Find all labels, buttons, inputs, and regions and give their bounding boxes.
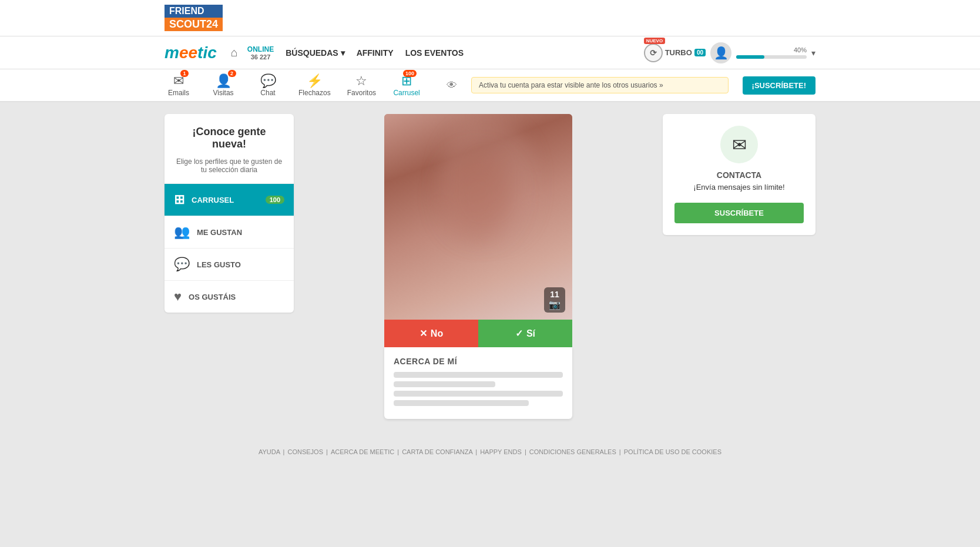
- emails-badge: 1: [180, 70, 189, 77]
- footer-link-condiciones[interactable]: CONDICIONES GENERALES: [529, 448, 616, 455]
- footer-link-acerca[interactable]: ACERCA DE MEETIC: [331, 448, 394, 455]
- os-gustais-label: OS GUSTÁIS: [189, 293, 236, 301]
- sub-nav-visitas[interactable]: 👤 2 Visitas: [209, 73, 237, 97]
- chat-icon: 💬: [260, 73, 276, 89]
- home-icon[interactable]: ⌂: [231, 46, 238, 59]
- favoritos-label: Favoritos: [347, 89, 376, 97]
- carrusel-menu-label: CARRUSEL: [192, 196, 234, 204]
- sidebar-item-os-gustais[interactable]: ♥ OS GUSTÁIS: [165, 280, 294, 313]
- sidebar-item-carrusel[interactable]: ⊞ CARRUSEL 100: [165, 183, 294, 216]
- right-sidebar: ✉ CONTACTA ¡Envía mensajes sin límite! S…: [663, 114, 815, 234]
- turbo-badge: NUEVO: [644, 38, 665, 44]
- about-line-3: [394, 391, 563, 397]
- contact-title: CONTACTA: [717, 170, 761, 180]
- about-text: [394, 372, 563, 406]
- about-section: ACERCA DE MÍ: [384, 347, 572, 419]
- left-sidebar: ¡Conoce gente nueva! Elige los perfiles …: [165, 114, 294, 313]
- sidebar-heading: ¡Conoce gente nueva!: [174, 126, 284, 150]
- camera-icon: 📷: [549, 299, 561, 310]
- online-count: ONLINE 36 227: [247, 45, 274, 61]
- subscribe-button-top[interactable]: ¡SUSCRÍBETE!: [743, 76, 815, 95]
- online-label: ONLINE: [247, 45, 274, 53]
- turbo-label: TURBO: [665, 48, 692, 57]
- visitas-label: Visitas: [213, 89, 233, 97]
- profile-card: 11 📷 ✕ No ✓ Sí ACERCA DE MÍ: [384, 114, 572, 419]
- footer-link-ayuda[interactable]: AYUDA: [259, 448, 280, 455]
- footer-link-politica[interactable]: POLÍTICA DE USO DE COOKIES: [624, 448, 721, 455]
- suscribete-button[interactable]: SUSCRÍBETE: [674, 203, 804, 223]
- turbo-count: 00: [694, 49, 706, 56]
- les-gusto-icon: 💬: [174, 257, 190, 272]
- no-label: No: [431, 328, 443, 339]
- photo-count: 11: [550, 290, 559, 299]
- friend-scout-logo[interactable]: FRIEND SCOUT24: [165, 5, 223, 31]
- fs-logo-top: FRIEND: [165, 5, 223, 18]
- meetic-logo[interactable]: meetic: [165, 43, 217, 62]
- yes-label: Sí: [526, 328, 535, 339]
- profile-progress: 40%: [736, 46, 807, 59]
- turbo-section: ⟳ TURBO NUEVO 00 👤 40% ▾: [644, 42, 815, 63]
- main-content: 11 📷 ✕ No ✓ Sí ACERCA DE MÍ: [306, 114, 651, 419]
- contact-card: ✉ CONTACTA ¡Envía mensajes sin límite! S…: [663, 114, 815, 234]
- about-title: ACERCA DE MÍ: [394, 357, 563, 366]
- busquedas-menu[interactable]: BÚSQUEDAS: [286, 48, 344, 58]
- sub-nav-favoritos[interactable]: ☆ Favoritos: [347, 73, 376, 97]
- visitas-badge: 2: [228, 70, 236, 77]
- sub-nav-emails[interactable]: ✉ 1 Emails: [165, 73, 193, 97]
- no-icon: ✕: [419, 328, 427, 339]
- os-gustais-icon: ♥: [174, 289, 182, 304]
- top-banner: FRIEND SCOUT24: [0, 0, 980, 36]
- about-line-1: [394, 372, 563, 378]
- flechazos-label: Flechazos: [298, 89, 331, 97]
- flechazos-icon: ⚡: [307, 73, 323, 89]
- content-area: ¡Conoce gente nueva! Elige los perfiles …: [0, 102, 980, 431]
- progress-percent: 40%: [794, 46, 807, 53]
- avatar[interactable]: 👤: [710, 42, 731, 63]
- sidebar-description: Elige los perfiles que te gusten de tu s…: [165, 155, 294, 183]
- profile-dropdown-icon[interactable]: ▾: [811, 48, 815, 58]
- sidebar-item-me-gustan[interactable]: 👥 ME GUSTAN: [165, 216, 294, 248]
- emails-label: Emails: [168, 89, 189, 97]
- eventos-nav[interactable]: LOS EVENTOS: [405, 48, 464, 58]
- profile-section: 👤 40% ▾: [710, 42, 815, 63]
- footer-link-happy[interactable]: HAPPY ENDS: [480, 448, 522, 455]
- sidebar-header: ¡Conoce gente nueva!: [165, 114, 294, 155]
- contact-icon: ✉: [720, 126, 758, 163]
- sub-nav-chat[interactable]: 💬 Chat: [254, 73, 282, 97]
- about-line-4: [394, 400, 529, 406]
- me-gustan-label: ME GUSTAN: [197, 228, 242, 237]
- footer: AYUDA | CONSEJOS | ACERCA DE MEETIC | CA…: [0, 431, 980, 473]
- no-button[interactable]: ✕ No: [384, 320, 478, 347]
- carrusel-menu-icon: ⊞: [174, 192, 184, 207]
- action-buttons: ✕ No ✓ Sí: [384, 320, 572, 347]
- les-gusto-label: LES GUSTO: [197, 260, 241, 269]
- photo-count-badge: 11 📷: [544, 287, 565, 313]
- sidebar-item-les-gusto[interactable]: 💬 LES GUSTO: [165, 248, 294, 280]
- about-line-2: [394, 381, 495, 387]
- carrusel-badge: 100: [403, 70, 417, 77]
- contact-description: ¡Envía mensajes sin límite!: [693, 182, 784, 193]
- notification-bar: Activa tu cuenta para estar visible ante…: [471, 77, 728, 93]
- footer-link-consejos[interactable]: CONSEJOS: [287, 448, 323, 455]
- sub-nav: ✉ 1 Emails 👤 2 Visitas 💬 Chat ⚡ Flechazo…: [0, 69, 980, 102]
- main-nav: meetic ⌂ ONLINE 36 227 BÚSQUEDAS AFFINIT…: [0, 36, 980, 69]
- yes-icon: ✓: [515, 328, 523, 339]
- profile-photo[interactable]: 11 📷: [384, 114, 572, 320]
- online-number: 36 227: [251, 53, 271, 61]
- progress-bar-inner: [736, 55, 764, 59]
- emails-icon: ✉ 1: [173, 73, 184, 89]
- carrusel-icon: ⊞ 100: [401, 73, 412, 89]
- visitas-icon: 👤 2: [216, 73, 231, 89]
- carrusel-label: Carrusel: [393, 89, 419, 97]
- footer-link-carta[interactable]: CARTA DE CONFIANZA: [402, 448, 472, 455]
- fs-logo-bottom: SCOUT24: [165, 18, 223, 32]
- sub-nav-flechazos[interactable]: ⚡ Flechazos: [298, 73, 331, 97]
- me-gustan-icon: 👥: [174, 224, 190, 240]
- progress-bar-outer: [736, 55, 807, 59]
- yes-button[interactable]: ✓ Sí: [478, 320, 572, 347]
- carrusel-count: 100: [266, 196, 284, 204]
- affinity-nav[interactable]: AFFINITY: [357, 48, 394, 58]
- turbo-button[interactable]: ⟳ TURBO NUEVO 00: [644, 43, 706, 62]
- notification-text: Activa tu cuenta para estar visible ante…: [479, 81, 663, 89]
- sub-nav-carrusel[interactable]: ⊞ 100 Carrusel: [392, 73, 421, 97]
